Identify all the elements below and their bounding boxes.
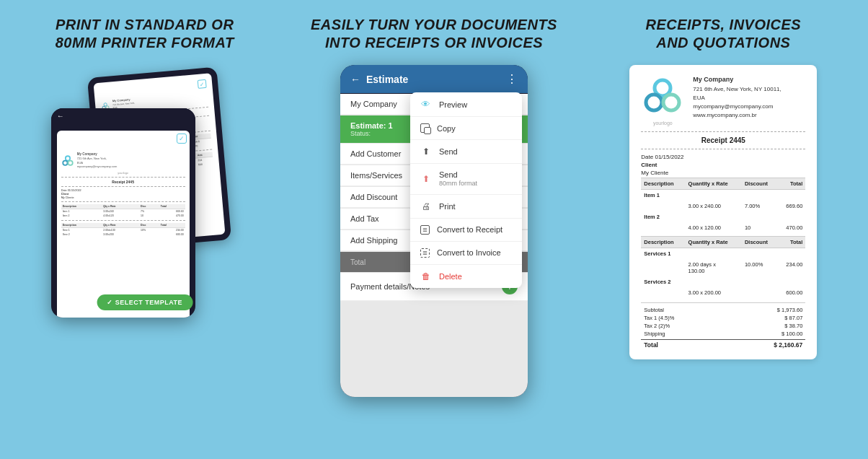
app-back-button[interactable]: ←: [350, 74, 360, 85]
item2-detail-total: 470.00: [778, 222, 806, 233]
receipt-subtotal-section: Subtotal $ 1,973.60 Tax 1 (4.5)% $ 87.07…: [641, 302, 805, 349]
app-menu-button[interactable]: ⋮: [506, 72, 518, 86]
shipping-value: $ 100.00: [781, 331, 802, 337]
send-label: Send: [439, 147, 458, 156]
convert-invoice-icon: ≡: [420, 248, 430, 258]
print-label: Print: [439, 202, 456, 211]
copy-icon: [420, 123, 430, 133]
shipping-label: Shipping: [644, 331, 665, 337]
menu-item-convert-invoice[interactable]: ≡ Convert to Invoice: [410, 242, 522, 265]
menu-item-send[interactable]: ⬆ Send: [410, 140, 522, 164]
add-discount-label: Add Discount: [350, 193, 397, 201]
yourlogo-text: yourlogo: [641, 121, 684, 126]
table-row: Item 2: [641, 211, 805, 222]
panel1-title-line2: 80MM PRINTER FORMAT: [56, 35, 234, 51]
serv2-detail-total: 600.00: [778, 287, 806, 298]
date-value: Date 01/15/2022: [641, 154, 683, 160]
serv2-qty-rate: [686, 276, 742, 287]
panel3-title-line1: RECEIPTS, INVOICES: [645, 17, 801, 32]
delete-icon: 🗑: [420, 271, 432, 281]
menu-item-print[interactable]: 🖨 Print: [410, 195, 522, 219]
tax1-row: Tax 1 (4.5)% $ 87.07: [641, 314, 805, 322]
serv1-detail: [641, 259, 685, 276]
serv1-detail-qty: 2.00 days x130.00: [686, 259, 742, 276]
serv1-discount: [742, 248, 778, 260]
table-row: 4.00 x 120.00 10 470.00: [641, 222, 805, 233]
convert-invoice-label: Convert to Invoice: [437, 248, 501, 257]
menu-item-copy[interactable]: Copy: [410, 117, 522, 140]
preview-icon: 👁: [420, 99, 432, 110]
app-header-title: Estimate: [366, 74, 408, 85]
svg-point-7: [646, 95, 662, 110]
col-discount: Discount: [742, 178, 778, 190]
table-row: Services 1: [641, 248, 805, 260]
total-label: Total: [350, 258, 366, 266]
item1-discount: [742, 190, 778, 201]
grand-total-value: $ 2,160.67: [774, 341, 802, 349]
serv2-detail: [641, 287, 685, 298]
subtotal-value: $ 1,973.60: [777, 307, 802, 313]
select-template-button[interactable]: ✓ SELECT TEMPLATE: [97, 294, 192, 310]
panel2-title-line2: INTO RECEIPTS OR INVOICES: [325, 35, 543, 51]
serv1-name: Services 1: [641, 248, 685, 260]
panel-receipts: RECEIPTS, INVOICES AND QUOTATIONS yourlo…: [579, 0, 868, 459]
item2-detail-qty: 4.00 x 120.00: [686, 222, 742, 233]
dropdown-menu: 👁 Preview Copy ⬆ Send ⬆ Send 80mm format: [410, 92, 522, 288]
address-line2: EUA: [693, 94, 781, 102]
item2-detail: [641, 222, 685, 233]
send-80mm-text: Send 80mm format: [439, 170, 477, 188]
item1-detail-qty: 3.00 x 240.00: [686, 201, 742, 211]
serv-col-discount: Discount: [742, 237, 778, 248]
tablet-front-screen: ✓ My Company 721 6th Ave, New York, EUA: [57, 131, 190, 318]
copy-label: Copy: [437, 124, 456, 133]
item1-total: [778, 190, 806, 201]
item2-detail-disc: 10: [742, 222, 778, 233]
item1-detail-disc: 7.00%: [742, 201, 778, 211]
item1-detail: [641, 201, 685, 211]
panel-print: PRINT IN STANDARD OR 80MM PRINTER FORMAT…: [0, 0, 289, 459]
serv1-qty-rate: [686, 248, 742, 260]
send-80mm-icon: ⬆: [420, 174, 432, 184]
table-row: Services 2: [641, 276, 805, 287]
tablet-front: ← ✓ My Company 721 6th Ave: [51, 108, 195, 318]
col-qty-rate: Quantity x Rate: [686, 178, 742, 190]
menu-item-send-80mm[interactable]: ⬆ Send 80mm format: [410, 164, 522, 195]
convert-receipt-label: Convert to Receipt: [437, 225, 502, 234]
svg-point-8: [663, 95, 679, 110]
panel2-title-line1: EASILY TURN YOUR DOCUMENTS: [311, 17, 557, 32]
serv2-detail-qty: 3.00 x 200.00: [686, 287, 742, 298]
receipt-header: yourlogo My Company 721 6th Ave, New Yor…: [641, 75, 805, 126]
menu-item-delete[interactable]: 🗑 Delete: [410, 265, 522, 288]
add-shipping-label: Add Shipping: [350, 236, 397, 245]
preview-label: Preview: [439, 100, 467, 109]
total-row: Total $ 2,160.67: [641, 339, 805, 349]
serv1-total: [778, 248, 806, 260]
serv2-discount: [742, 276, 778, 287]
receipt-logo-container: yourlogo: [641, 75, 684, 126]
shipping-row: Shipping $ 100.00: [641, 330, 805, 338]
serv1-detail-disc: 10.00%: [742, 259, 778, 276]
item2-qty-rate: [686, 211, 742, 222]
menu-item-convert-receipt[interactable]: ≡ Convert to Receipt: [410, 219, 522, 242]
receipt-services-table: Description Quantity x Rate Discount Tot…: [641, 236, 805, 298]
panel-documents: EASILY TURN YOUR DOCUMENTS INTO RECEIPTS…: [289, 0, 578, 459]
receipt-client-name: My Cliente: [641, 170, 805, 176]
items-services-label: Items/Services: [350, 171, 402, 180]
tax2-row: Tax 2 (2)% $ 38.70: [641, 322, 805, 330]
receipt-logo-svg: [641, 75, 684, 118]
tax1-label: Tax 1 (4.5)%: [644, 315, 674, 321]
serv2-total: [778, 276, 806, 287]
menu-item-preview[interactable]: 👁 Preview: [410, 92, 522, 117]
receipt-divider-2: [641, 149, 805, 149]
grand-total-label: Total: [644, 341, 658, 349]
tax2-label: Tax 2 (2)%: [644, 323, 670, 329]
svg-point-4: [63, 160, 67, 165]
item1-name: Item 1: [641, 190, 685, 201]
col-description: Description: [641, 178, 685, 190]
company-name: My Company: [693, 75, 781, 85]
client-label: Client: [641, 162, 657, 168]
item1-detail-total: 669.60: [778, 201, 806, 211]
table-row: 2.00 days x130.00 10.00% 234.00: [641, 259, 805, 276]
serv2-name: Services 2: [641, 276, 685, 287]
panel3-title-line2: AND QUOTATIONS: [656, 35, 790, 51]
